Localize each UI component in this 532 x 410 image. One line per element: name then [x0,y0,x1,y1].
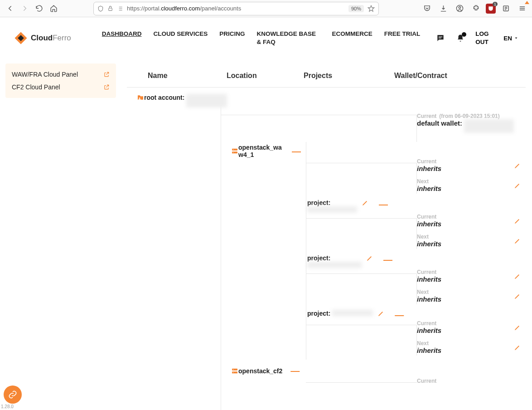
collapse-button[interactable]: — [292,146,301,156]
project-label: project: [307,310,330,317]
collapse-button[interactable]: — [395,310,404,320]
ublock-icon[interactable]: 1 [486,4,496,14]
project-label: project: [307,254,330,262]
svg-point-15 [233,369,233,370]
project-name-masked [307,206,357,213]
edit-wallet-button[interactable] [514,293,521,300]
browser-toolbar: https://portal.cloudferro.com/panel/acco… [0,0,532,17]
svg-point-16 [233,372,233,372]
notification-dot-icon [462,32,466,37]
collapse-button[interactable]: — [383,254,392,265]
project-row: project: — [307,254,526,269]
browser-right-icons: 1 [421,2,528,15]
location-name: openstack_cf2 [238,367,282,375]
logo-icon [14,31,28,45]
root-name-masked [186,94,227,107]
wallet-row: Currentinherits [417,158,526,178]
sidebar-waw-link[interactable]: WAW/FRA Cloud Panel [12,68,110,81]
nav-knowledge-base[interactable]: KNOWLEDGE BASE & FAQ [257,30,320,46]
library-icon[interactable] [499,2,512,15]
tree-connector [306,163,417,178]
header-right: LOG OUT EN [435,30,518,46]
tree-connector [306,218,417,234]
edit-project-button[interactable] [362,199,369,206]
version-label: 1.28.0 [1,404,14,409]
url-text: https://portal.cloudferro.com/panel/acco… [127,5,345,12]
project-name-masked [332,310,373,316]
edit-wallet-button[interactable] [514,217,521,225]
edit-project-button[interactable] [366,254,373,262]
col-wallet: Wallet/Contract [394,72,526,80]
url-bar[interactable]: https://portal.cloudferro.com/panel/acco… [93,2,379,15]
svg-rect-9 [232,149,237,151]
wallet-row: Nextinherits [417,289,526,304]
logo-text: CloudFerro [31,34,71,43]
collapse-button[interactable]: — [290,366,300,376]
column-headers: Name Location Projects Wallet/Contract [127,68,526,88]
menu-icon[interactable] [516,2,528,15]
notifications-icon[interactable] [455,33,465,43]
wallet-row: Nextinherits [417,234,526,249]
wallet-row: Currentinherits [417,214,526,234]
chevron-down-icon [514,36,518,40]
collapse-button[interactable]: — [379,199,388,210]
wallet-default: Current(from 06-09-2023 15:01) default w… [417,101,526,142]
account-icon[interactable] [453,2,466,15]
svg-rect-13 [232,368,237,370]
language-selector[interactable]: EN [503,35,518,42]
main-nav: DASHBOARD CLOUD SERVICES PRICING KNOWLED… [102,30,421,46]
wallet-row: Nextinherits [417,340,526,356]
nav-pricing[interactable]: PRICING [219,30,245,46]
account-tree: root account: Current(from 06-09-2023 15… [127,88,526,391]
extensions-icon[interactable] [469,2,482,15]
nav-ecommerce[interactable]: ECOMMERCE [332,30,372,46]
external-link-icon [103,84,110,90]
edit-wallet-button[interactable] [514,237,521,244]
wallet-row: Current [417,378,526,391]
logo[interactable]: CloudFerro [14,31,71,45]
nav-free-trial[interactable]: FREE TRIAL [384,30,421,46]
tree-connector [306,325,417,340]
home-button[interactable] [47,2,60,15]
back-button[interactable] [4,2,16,15]
messages-icon[interactable] [435,33,445,43]
svg-point-12 [233,152,233,153]
sidebar-cf2-link[interactable]: CF2 Cloud Panel [12,81,110,93]
notice-dot-icon [525,1,529,4]
feedback-button[interactable] [4,386,22,404]
svg-rect-6 [439,37,442,37]
edit-wallet-button[interactable] [514,273,521,280]
edit-wallet-button[interactable] [514,324,521,331]
nav-dashboard[interactable]: DASHBOARD [102,30,142,46]
logout-link[interactable]: LOG OUT [475,30,493,46]
project-name-masked [307,262,362,268]
nav-cloud-services[interactable]: CLOUD SERVICES [154,30,208,46]
edit-wallet-button[interactable] [514,162,521,169]
downloads-icon[interactable] [437,2,450,15]
tree-line [306,142,306,360]
location-row: openstack_waw4_1 — [231,144,526,158]
zoom-level[interactable]: 90% [348,5,364,12]
folder-user-icon [137,94,144,107]
tree-connector [306,178,417,194]
location-row: openstack_cf2 — [231,366,526,376]
star-icon[interactable] [368,5,375,12]
tree-connector [306,289,417,304]
svg-rect-14 [232,371,237,373]
edit-wallet-button[interactable] [514,344,521,351]
wallet-row: Currentinherits [417,320,526,340]
pocket-icon[interactable] [421,2,433,15]
tree-line [221,97,221,410]
reload-button[interactable] [33,2,45,15]
forward-button[interactable] [18,2,31,15]
shield-icon [97,5,104,12]
external-link-icon [103,71,110,78]
sidebar-panel-links: WAW/FRA Cloud Panel CF2 Cloud Panel [5,63,116,98]
edit-wallet-button[interactable] [514,182,521,189]
location-name: openstack_waw4_1 [238,144,284,158]
root-label: root account: [144,94,184,101]
wallet-row: Currentinherits [417,269,526,289]
accounts-content: Name Location Projects Wallet/Contract r… [127,68,526,410]
edit-project-button[interactable] [377,310,385,317]
col-name: Name [127,72,227,80]
